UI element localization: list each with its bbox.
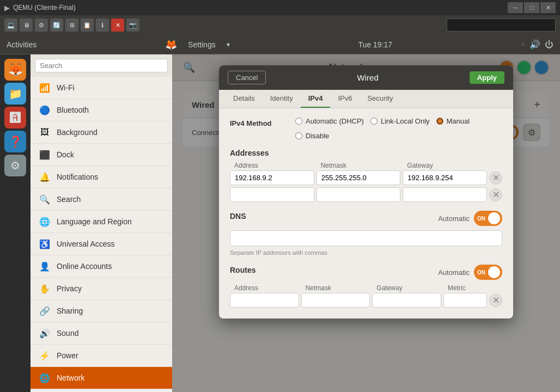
apply-button[interactable]: Apply bbox=[470, 71, 504, 84]
sidebar-item-network[interactable]: 🌐 Network bbox=[31, 367, 172, 389]
volume-icon[interactable]: 🔊 bbox=[529, 39, 540, 50]
sidebar-item-online-accounts[interactable]: 👤 Online Accounts bbox=[31, 255, 172, 278]
method-disable[interactable]: Disable bbox=[295, 132, 329, 140]
sidebar-label-sharing: Sharing bbox=[57, 307, 83, 315]
dock-firefox[interactable]: 🦊 bbox=[4, 59, 26, 81]
method-manual[interactable]: Manual bbox=[436, 117, 470, 125]
dns-input[interactable] bbox=[230, 230, 502, 246]
addresses-title: Addresses bbox=[230, 149, 502, 157]
ipv4-method-label: IPv4 Method bbox=[230, 117, 284, 127]
dock-icon-sidebar: ⬛ bbox=[39, 149, 50, 160]
sidebar-item-notifications[interactable]: 🔔 Notifications bbox=[31, 166, 172, 188]
toolbar-icon-win[interactable]: ⊞ bbox=[65, 19, 78, 32]
toolbar-icon-4[interactable]: 🔄 bbox=[50, 19, 63, 32]
maximize-button[interactable]: □ bbox=[524, 2, 539, 13]
toolbar-icon-2[interactable]: 🖥 bbox=[20, 19, 33, 32]
address-2-input[interactable] bbox=[230, 187, 314, 202]
sidebar-item-dock[interactable]: ⬛ Dock bbox=[31, 144, 172, 166]
sidebar-item-background[interactable]: 🖼 Background bbox=[31, 121, 172, 144]
tab-ipv6[interactable]: IPv6 bbox=[330, 90, 360, 108]
toolbar-icon-6[interactable]: ℹ bbox=[96, 19, 109, 32]
auto-dhcp-label: Automatic (DHCP) bbox=[306, 117, 364, 125]
dns-toggle[interactable]: ON bbox=[474, 211, 502, 226]
disable-label: Disable bbox=[306, 132, 329, 140]
sidebar-label-wifi: Wi-Fi bbox=[57, 83, 75, 92]
sidebar-item-universal-access[interactable]: ♿ Universal Access bbox=[31, 233, 172, 255]
method-auto-dhcp[interactable]: Automatic (DHCP) bbox=[295, 117, 364, 125]
clock: Tue 19:17 bbox=[358, 40, 393, 49]
close-button[interactable]: ✕ bbox=[540, 2, 556, 13]
radio-disable[interactable] bbox=[295, 132, 302, 139]
gateway-1-input[interactable] bbox=[403, 170, 487, 185]
toolbar-icon-7[interactable]: ✕ bbox=[111, 19, 124, 32]
sidebar-item-language[interactable]: 🌐 Language and Region bbox=[31, 211, 172, 233]
tab-ipv4[interactable]: IPv4 bbox=[301, 90, 331, 108]
main-content: 🔍 Network Wired + Connected ON bbox=[172, 54, 560, 392]
power-icon[interactable]: ⏻ bbox=[545, 40, 553, 50]
toolbar-icon-1[interactable]: 💻 bbox=[4, 19, 17, 32]
top-bar-center: 🦊 Settings ▾ bbox=[165, 39, 230, 51]
remove-row-1-button[interactable]: ✕ bbox=[489, 171, 502, 185]
address-1-input[interactable] bbox=[230, 170, 314, 185]
method-link-local[interactable]: Link-Local Only bbox=[370, 117, 430, 125]
dock-appstore[interactable]: 🅰 bbox=[4, 107, 26, 128]
remove-row-2-button[interactable]: ✕ bbox=[489, 188, 502, 201]
tab-details[interactable]: Details bbox=[226, 90, 263, 108]
sidebar-item-sound[interactable]: 🔊 Sound bbox=[31, 322, 172, 345]
radio-auto-dhcp[interactable] bbox=[295, 118, 302, 125]
sidebar-item-wifi[interactable]: 📶 Wi-Fi bbox=[31, 77, 172, 99]
netmask-1-input[interactable] bbox=[316, 170, 401, 185]
sidebar-item-power[interactable]: ⚡ Power bbox=[31, 345, 172, 367]
dialog-overlay: Cancel Wired Apply Details Identity IPv4… bbox=[172, 54, 560, 392]
dns-section: DNS Automatic ON Separate IP addresses w… bbox=[230, 211, 502, 256]
privacy-icon: ✋ bbox=[39, 283, 50, 294]
route-gateway-input[interactable] bbox=[372, 293, 441, 308]
activities-button[interactable]: Activities bbox=[7, 40, 36, 49]
dns-auto-label: Automatic bbox=[438, 215, 470, 223]
dock-files[interactable]: 📁 bbox=[4, 83, 26, 105]
netmask-2-input[interactable] bbox=[316, 187, 401, 202]
sidebar-search-input[interactable] bbox=[35, 59, 168, 72]
toolbar-search[interactable] bbox=[447, 19, 556, 32]
routes-col-metric: Metric bbox=[443, 284, 487, 292]
toolbar-icon-3[interactable]: ⚙ bbox=[35, 19, 48, 32]
settings-menu[interactable]: Settings bbox=[188, 40, 216, 49]
minimize-button[interactable]: ─ bbox=[508, 2, 523, 13]
dock-help[interactable]: ❓ bbox=[4, 131, 26, 152]
radio-link-local[interactable] bbox=[370, 118, 378, 125]
power-icon-sidebar: ⚡ bbox=[39, 350, 50, 361]
dns-label: DNS bbox=[230, 212, 246, 220]
sidebar-item-bluetooth[interactable]: 🔵 Bluetooth bbox=[31, 99, 172, 121]
toolbar-icon-5[interactable]: 📋 bbox=[81, 19, 94, 32]
sidebar-label-sound: Sound bbox=[57, 329, 78, 338]
routes-toggle-knob bbox=[488, 266, 500, 278]
radio-manual[interactable] bbox=[436, 118, 443, 125]
col-gateway-header: Gateway bbox=[403, 162, 487, 169]
routes-col-gateway: Gateway bbox=[372, 284, 441, 292]
route-address-input[interactable] bbox=[230, 293, 299, 308]
remove-route-1-button[interactable]: ✕ bbox=[489, 294, 502, 307]
tab-security[interactable]: Security bbox=[360, 90, 400, 108]
language-icon: 🌐 bbox=[39, 216, 50, 227]
method-options: Automatic (DHCP) Link-Local Only Manual bbox=[295, 117, 502, 140]
sidebar-item-privacy[interactable]: ✋ Privacy bbox=[31, 278, 172, 300]
sidebar-item-search[interactable]: 🔍 Search bbox=[31, 188, 172, 211]
routes-row-1: ✕ bbox=[230, 293, 502, 308]
gateway-2-input[interactable] bbox=[403, 187, 487, 202]
toolbar-icon-8[interactable]: 📷 bbox=[126, 19, 139, 32]
tab-identity[interactable]: Identity bbox=[263, 90, 301, 108]
addresses-section: Addresses Address Netmask Gateway bbox=[230, 149, 502, 202]
col-netmask-header: Netmask bbox=[316, 162, 401, 169]
routes-toggle-label: ON bbox=[477, 270, 485, 275]
accessibility-icon[interactable]: ⍨ bbox=[521, 40, 525, 49]
app-window: 🦊 📁 🅰 ❓ ⚙ 📶 Wi-Fi 🔵 Bluetooth 🖼 Backgrou… bbox=[0, 54, 560, 392]
sidebar-label-language: Language and Region bbox=[57, 217, 132, 226]
sound-icon: 🔊 bbox=[39, 328, 50, 339]
cancel-button[interactable]: Cancel bbox=[228, 71, 266, 84]
dock-settings[interactable]: ⚙ bbox=[4, 155, 26, 176]
route-metric-input[interactable] bbox=[443, 293, 487, 308]
sidebar-item-sharing[interactable]: 🔗 Sharing bbox=[31, 300, 172, 322]
routes-label: Routes bbox=[230, 266, 255, 274]
route-netmask-input[interactable] bbox=[301, 293, 370, 308]
routes-toggle[interactable]: ON bbox=[474, 265, 502, 280]
